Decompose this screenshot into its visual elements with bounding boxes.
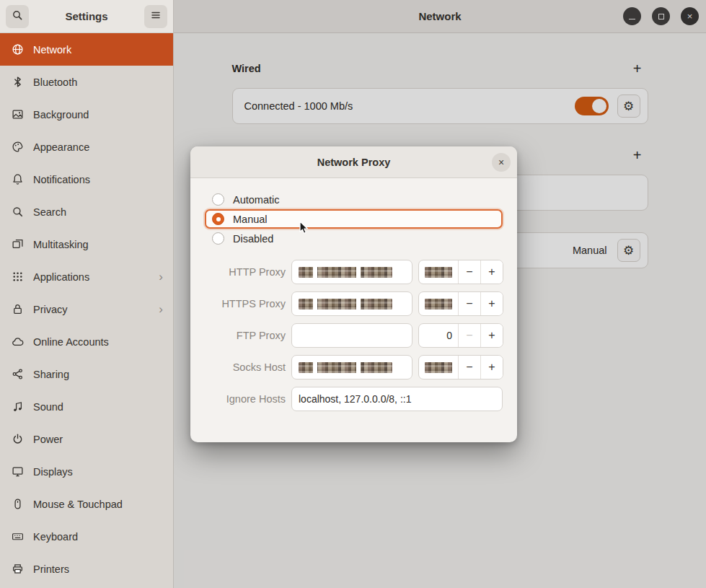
decrement-button[interactable]: − [458,356,480,379]
power-icon [12,433,24,445]
sidebar-item-bluetooth[interactable]: Bluetooth [0,66,173,98]
sharing-icon [12,368,24,380]
sidebar-list: NetworkBluetoothBackgroundAppearanceNoti… [0,33,173,588]
ftp-proxy-port-spinner: 0 − + [418,323,503,348]
radio-button-icon[interactable] [212,232,224,245]
sidebar-item-keyboard[interactable]: Keyboard [0,520,173,553]
http-proxy-host-input[interactable] [291,260,412,284]
radio-option-label: Disabled [233,233,273,245]
sound-icon [12,400,24,413]
sidebar-item-label: Sharing [33,369,69,380]
sidebar-item-label: Multitasking [33,239,89,250]
sidebar-item-applications[interactable]: Applications› [0,260,173,293]
radio-button-icon[interactable] [212,213,224,225]
redacted-port-text [425,299,452,310]
http-proxy-port-spinner: − + [418,260,503,284]
radio-button-icon[interactable] [212,193,224,206]
search-button[interactable] [6,5,29,28]
sidebar-item-label: Sound [33,401,63,413]
https-proxy-port-value[interactable] [419,292,458,315]
http-proxy-row: HTTP Proxy − + [205,260,503,284]
proxy-mode-option-automatic[interactable]: Automatic [205,190,503,209]
dialog-close-button[interactable]: × [492,153,511,172]
appearance-icon [12,141,24,153]
multitasking-icon [12,238,24,250]
sidebar-item-label: Notifications [33,174,90,185]
sidebar-item-mouse-touchpad[interactable]: Mouse & Touchpad [0,488,173,520]
sidebar-item-appearance[interactable]: Appearance [0,131,173,163]
search-icon [12,9,23,23]
ignore-hosts-input[interactable] [291,387,503,411]
increment-button[interactable]: + [480,324,503,347]
sidebar: Settings NetworkBluetoothBackgroundAppea… [0,0,174,588]
sidebar-item-label: Bluetooth [33,76,77,88]
online-accounts-icon [12,335,24,348]
sidebar-item-label: Network [33,44,71,56]
dialog-body: AutomaticManualDisabled HTTP Proxy − + [190,178,517,426]
ftp-proxy-port-value[interactable]: 0 [419,324,458,347]
sidebar-item-sharing[interactable]: Sharing [0,358,173,390]
sidebar-item-notifications[interactable]: Notifications [0,163,173,196]
network-proxy-dialog: Network Proxy × AutomaticManualDisabled … [190,146,517,442]
sidebar-item-label: Appearance [33,141,89,153]
main-area: Network × Wired + Connected - 1000 Mb/s … [174,0,706,588]
increment-button[interactable]: + [480,356,503,379]
proxy-mode-option-disabled[interactable]: Disabled [205,229,503,248]
ftp-proxy-label: FTP Proxy [205,330,286,341]
close-icon: × [498,157,504,168]
sidebar-item-sound[interactable]: Sound [0,390,173,423]
sidebar-item-label: Displays [33,466,73,478]
displays-icon [12,465,24,478]
socks-host-input[interactable] [291,355,412,379]
https-proxy-label: HTTPS Proxy [205,298,286,310]
decrement-button[interactable]: − [458,260,480,284]
mouse-icon [12,498,24,510]
keyboard-icon [12,530,24,543]
sidebar-item-label: Search [33,206,66,218]
decrement-button[interactable]: − [458,292,480,315]
ignore-hosts-row: Ignore Hosts [205,387,503,411]
ignore-hosts-field[interactable] [299,393,495,405]
sidebar-item-label: Mouse & Touchpad [33,499,123,510]
sidebar-item-online-accounts[interactable]: Online Accounts [0,325,173,358]
sidebar-item-privacy[interactable]: Privacy› [0,293,173,325]
decrement-button[interactable]: − [458,324,480,347]
hamburger-menu-icon [150,9,162,23]
sidebar-item-label: Power [33,434,63,445]
sidebar-header: Settings [0,0,173,33]
sidebar-item-network[interactable]: Network [0,33,173,66]
https-proxy-host-input[interactable] [291,291,412,316]
dialog-header: Network Proxy × [190,146,517,178]
sidebar-item-background[interactable]: Background [0,98,173,131]
applications-icon [12,271,24,283]
ftp-proxy-row: FTP Proxy 0 − + [205,323,503,348]
dialog-title: Network Proxy [317,157,391,168]
proxy-mode-radio-group: AutomaticManualDisabled [205,190,503,248]
sidebar-item-printers[interactable]: Printers [0,553,173,585]
chevron-right-icon: › [159,271,163,283]
http-proxy-port-value[interactable] [419,260,458,284]
privacy-icon [12,303,24,315]
redacted-host-text [299,267,392,278]
sidebar-item-label: Background [33,109,89,120]
increment-button[interactable]: + [480,292,503,315]
sidebar-item-displays[interactable]: Displays [0,455,173,488]
socks-port-value[interactable] [419,356,458,379]
sidebar-item-power[interactable]: Power [0,423,173,455]
settings-window: Settings NetworkBluetoothBackgroundAppea… [0,0,706,588]
bluetooth-icon [12,76,24,88]
socks-host-label: Socks Host [205,361,286,373]
ftp-proxy-host-field[interactable] [299,330,405,341]
radio-option-label: Automatic [233,194,279,206]
sidebar-item-multitasking[interactable]: Multitasking [0,228,173,260]
sidebar-item-label: Applications [33,271,89,283]
https-proxy-port-spinner: − + [418,291,503,316]
sidebar-item-label: Privacy [33,304,68,315]
increment-button[interactable]: + [480,260,503,284]
ftp-proxy-host-input[interactable] [291,323,412,348]
proxy-mode-option-manual[interactable]: Manual [205,209,503,229]
primary-menu-button[interactable] [144,5,167,28]
proxy-form: HTTP Proxy − + HTTPS Proxy [205,260,503,411]
sidebar-item-search[interactable]: Search [0,196,173,228]
redacted-port-text [425,362,452,373]
